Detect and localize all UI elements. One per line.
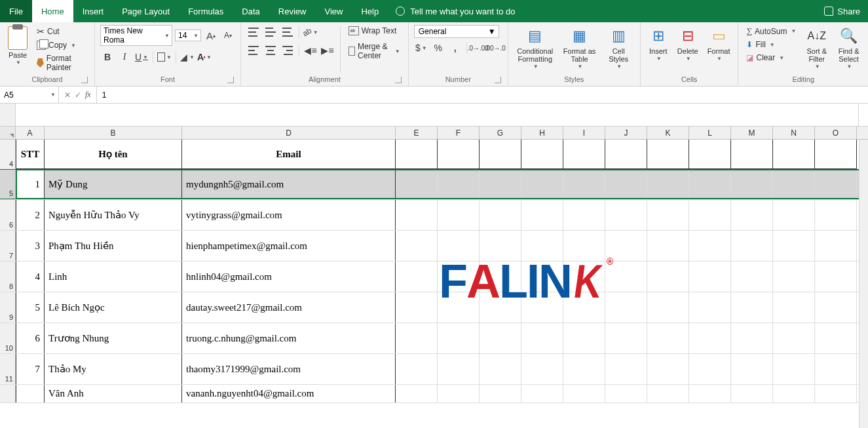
- row-header-8[interactable]: 8: [0, 262, 16, 292]
- italic-button[interactable]: I: [117, 50, 132, 64]
- cut-button[interactable]: ✂Cut: [34, 25, 89, 38]
- align-center-button[interactable]: [263, 43, 278, 58]
- share-button[interactable]: Share: [816, 0, 868, 22]
- header-email[interactable]: Email: [182, 140, 396, 169]
- col-header-I[interactable]: I: [563, 126, 605, 139]
- clipboard-launcher[interactable]: [81, 77, 88, 83]
- tell-me[interactable]: Tell me what you want to do: [388, 0, 523, 22]
- cell-name[interactable]: Linh: [45, 262, 182, 292]
- underline-button[interactable]: U▼: [134, 50, 149, 64]
- align-middle-button[interactable]: [263, 25, 278, 39]
- enter-formula-button[interactable]: ✓: [75, 90, 81, 100]
- cell-name[interactable]: Trương Nhung: [45, 323, 182, 353]
- cell-name[interactable]: Vân Anh: [45, 385, 182, 402]
- header-name[interactable]: Họ tên: [45, 140, 182, 169]
- font-color-button[interactable]: A▼: [197, 50, 212, 64]
- cell-stt[interactable]: 1: [16, 169, 45, 199]
- row-header-4[interactable]: 4: [0, 140, 16, 169]
- col-header-M[interactable]: M: [731, 126, 773, 139]
- cell-stt[interactable]: 6: [16, 323, 45, 353]
- worksheet-grid[interactable]: A B D E F G H I J K L M N O 4 STT Họ tên…: [0, 126, 868, 428]
- merge-center-button[interactable]: Merge & Center▼: [346, 41, 403, 62]
- tab-data[interactable]: Data: [233, 0, 269, 22]
- col-header-O[interactable]: O: [815, 126, 857, 139]
- row-header-10[interactable]: 10: [0, 323, 16, 353]
- cell-stt[interactable]: 4: [16, 262, 45, 292]
- vertical-scrollbar[interactable]: [859, 140, 868, 428]
- font-launcher[interactable]: [227, 77, 234, 83]
- align-bottom-button[interactable]: [280, 25, 295, 39]
- bold-button[interactable]: B: [100, 50, 115, 64]
- fill-button[interactable]: ⬇Fill▼: [744, 39, 799, 50]
- cell-stt[interactable]: 5: [16, 292, 45, 322]
- clear-button[interactable]: ◪Clear▼: [744, 52, 799, 64]
- name-box[interactable]: A5▼: [0, 87, 59, 103]
- decrease-decimal-button[interactable]: .00→.0: [488, 41, 502, 55]
- row-header-9[interactable]: 9: [0, 292, 16, 322]
- col-header-A[interactable]: A: [16, 126, 45, 139]
- cell-stt[interactable]: 7: [16, 354, 45, 384]
- cancel-formula-button[interactable]: ✕: [64, 90, 71, 100]
- cell-email[interactable]: mydungnh5@gmail.com: [182, 169, 396, 199]
- col-header-B[interactable]: B: [45, 126, 182, 139]
- format-painter-button[interactable]: Format Painter: [34, 52, 89, 73]
- cell-name[interactable]: Mỹ Dung: [45, 169, 182, 199]
- conditional-formatting-button[interactable]: ▤Conditional Formatting▼: [514, 25, 557, 71]
- col-header-J[interactable]: J: [605, 126, 647, 139]
- cell-stt[interactable]: [16, 385, 45, 402]
- cell-styles-button[interactable]: ▥Cell Styles▼: [602, 25, 634, 71]
- tab-insert[interactable]: Insert: [73, 0, 113, 22]
- sort-filter-button[interactable]: A↓ZSort & Filter▼: [802, 25, 831, 71]
- insert-cells-button[interactable]: ⊞Insert▼: [646, 25, 671, 64]
- copy-button[interactable]: Copy▼: [34, 39, 89, 51]
- paste-button[interactable]: Paste ▼: [5, 25, 30, 68]
- wrap-text-button[interactable]: abWrap Text: [346, 25, 403, 37]
- cell-email[interactable]: vananh.nguyenht04@gmail.com: [182, 385, 396, 402]
- autosum-button[interactable]: ∑AutoSum▼: [744, 25, 799, 37]
- alignment-launcher[interactable]: [395, 77, 402, 83]
- font-name-select[interactable]: Times New Roma▼: [100, 25, 172, 46]
- col-header-G[interactable]: G: [480, 126, 521, 139]
- tab-review[interactable]: Review: [269, 0, 316, 22]
- decrease-font-button[interactable]: A▾: [221, 28, 235, 43]
- header-stt[interactable]: STT: [16, 140, 45, 169]
- cell-email[interactable]: dautay.sweet217@gmail.com: [182, 292, 396, 322]
- cell-name[interactable]: Lê Bích Ngọc: [45, 292, 182, 322]
- col-header-D[interactable]: D: [182, 126, 396, 139]
- increase-decimal-button[interactable]: .0→.00: [471, 41, 485, 55]
- select-all-corner[interactable]: [0, 126, 16, 139]
- cell-stt[interactable]: 3: [16, 231, 45, 261]
- align-left-button[interactable]: [246, 43, 261, 58]
- tab-page-layout[interactable]: Page Layout: [113, 0, 179, 22]
- cell-email[interactable]: thaomy3171999@gmail.com: [182, 354, 396, 384]
- cell-email[interactable]: hnlinh04@gmail.com: [182, 262, 396, 292]
- cell-stt[interactable]: 2: [16, 200, 45, 230]
- col-header-E[interactable]: E: [396, 126, 438, 139]
- col-header-F[interactable]: F: [438, 126, 480, 139]
- col-header-N[interactable]: N: [773, 126, 815, 139]
- cell-email[interactable]: vytinygrass@gmail.com: [182, 200, 396, 230]
- tab-formulas[interactable]: Formulas: [179, 0, 233, 22]
- comma-format-button[interactable]: ,: [448, 41, 462, 55]
- cell-email[interactable]: truong.c.nhung@gmail.com: [182, 323, 396, 353]
- decrease-indent-button[interactable]: ◀≡: [303, 43, 318, 58]
- format-cells-button[interactable]: ▭Format▼: [705, 25, 733, 64]
- cell-email[interactable]: hienphampetimex@gmail.com: [182, 231, 396, 261]
- cell-name[interactable]: Nguyễn Hữu Thảo Vy: [45, 200, 182, 230]
- fill-color-button[interactable]: ◢▼: [180, 50, 195, 64]
- border-button[interactable]: ▼: [157, 50, 172, 64]
- fx-button[interactable]: fx: [85, 90, 91, 100]
- row-header-11[interactable]: 11: [0, 354, 16, 384]
- row-header-last[interactable]: [0, 385, 16, 402]
- tab-help[interactable]: Help: [352, 0, 388, 22]
- increase-font-button[interactable]: A▴: [204, 28, 218, 43]
- tab-file[interactable]: File: [0, 0, 32, 22]
- col-header-K[interactable]: K: [647, 126, 689, 139]
- cell-name[interactable]: Phạm Thu Hiền: [45, 231, 182, 261]
- row-header-6[interactable]: 6: [0, 200, 16, 230]
- find-select-button[interactable]: 🔍Find & Select▼: [835, 25, 863, 71]
- tab-home[interactable]: Home: [32, 0, 73, 22]
- cell-name[interactable]: Thảo My: [45, 354, 182, 384]
- delete-cells-button[interactable]: ⊟Delete▼: [675, 25, 701, 64]
- tab-view[interactable]: View: [315, 0, 352, 22]
